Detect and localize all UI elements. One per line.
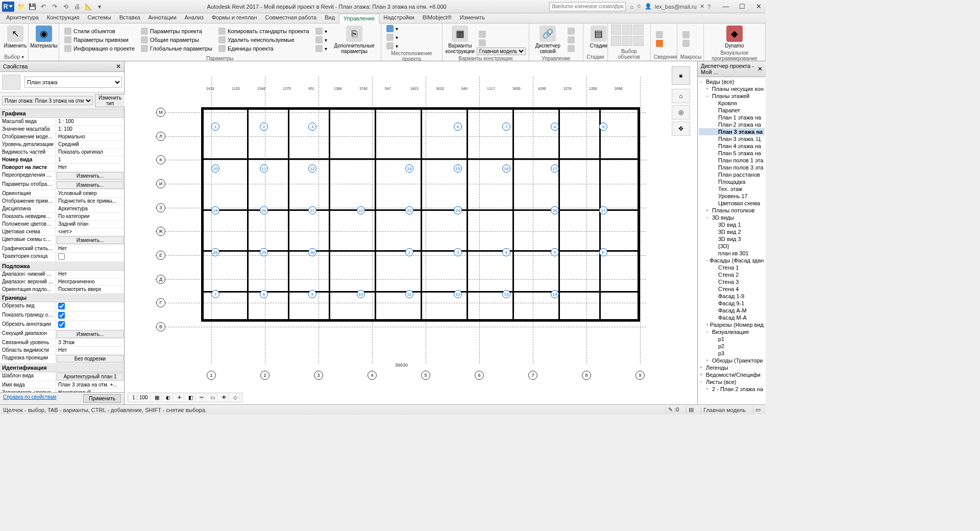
project-params-button[interactable]: Параметры проекта — [139, 27, 214, 35]
crop-region-icon[interactable]: ▭ — [208, 394, 217, 401]
tree-node[interactable]: План полов 1 эта — [699, 157, 765, 164]
prop-row[interactable]: Переопределения вид...Изменить... — [0, 172, 124, 181]
selection-tool-3[interactable] — [633, 25, 644, 35]
macro-security-button[interactable] — [680, 39, 692, 47]
purge-button[interactable]: Удалить неиспользуемые — [216, 36, 311, 44]
prop-row[interactable]: Отображение моделиНормально — [0, 133, 124, 141]
tree-node[interactable]: Цветовая схема — [699, 200, 765, 207]
prop-row[interactable]: Параметры отображе...Изменить... — [0, 181, 124, 190]
expand-icon[interactable]: + — [706, 385, 711, 393]
room-tag[interactable]: 7 — [502, 123, 510, 131]
room-tag[interactable]: 21 — [308, 206, 316, 214]
tree-node[interactable]: −Планы этажей — [699, 92, 765, 100]
dimension-text[interactable]: 3740 — [359, 87, 368, 90]
signin-icon[interactable]: 👤 — [645, 3, 652, 10]
tree-node[interactable]: +Планы потолков — [699, 207, 765, 214]
selection-tool-4[interactable] — [611, 36, 621, 46]
tree-node[interactable]: −3D виды — [699, 214, 765, 221]
tree-node[interactable]: +Планы несущих кон — [699, 85, 765, 92]
dimension-text[interactable]: 1388 — [334, 87, 342, 90]
expand-icon[interactable]: − — [700, 378, 705, 385]
tree-node[interactable]: 3D вид 3 — [699, 235, 765, 243]
prop-row[interactable]: ДисциплинаАрхитектура — [0, 205, 124, 213]
param-extra-3[interactable]: ▾ — [313, 44, 329, 53]
room-tag[interactable]: 14 — [405, 164, 413, 173]
global-params-button[interactable]: Глобальные параметры — [139, 44, 214, 53]
tree-node[interactable]: Фасад М-А — [699, 314, 765, 321]
tree-node[interactable]: 3D вид 1 — [699, 221, 765, 228]
grid-bubble[interactable]: 4 — [368, 371, 377, 380]
room-tag[interactable]: 26 — [551, 206, 559, 214]
ribbon-tab-архитектура[interactable]: Архитектура — [2, 13, 43, 23]
selection-tool-1[interactable] — [611, 25, 621, 35]
dimension-text[interactable]: 1117 — [487, 87, 495, 90]
tree-node[interactable]: +Ведомости/Специфи — [699, 371, 765, 378]
room-tag[interactable]: 6 — [454, 123, 462, 131]
qat-measure-icon[interactable]: 📐 — [84, 2, 93, 11]
tree-node[interactable]: +2 - План 2 этажа на — [699, 385, 765, 393]
materials-button[interactable]: ◉ Материалы — [32, 25, 56, 50]
exchange-icon[interactable]: ✕ — [700, 3, 704, 10]
tree-node[interactable]: +Разрезы (Номер вид — [699, 321, 765, 328]
ribbon-tab-аннотации[interactable]: Аннотации — [144, 13, 181, 23]
tree-node[interactable]: 3D вид 2 — [699, 228, 765, 235]
warnings-button[interactable] — [654, 39, 665, 47]
room-tag[interactable]: 11 — [260, 164, 268, 173]
tree-node[interactable]: −Листы (все) — [699, 378, 765, 385]
nav-pan-icon[interactable]: ✥ — [672, 122, 690, 136]
tree-node[interactable]: План расстанов — [699, 171, 765, 178]
grid-bubble[interactable]: Д — [156, 275, 165, 284]
room-tag[interactable]: 10 — [357, 290, 365, 298]
room-tag[interactable]: 6 — [599, 248, 607, 256]
tree-node[interactable]: р2 — [699, 343, 765, 350]
prop-category[interactable]: Идентификация — [0, 364, 124, 372]
tree-node[interactable]: План 3 этажа. Ц — [699, 135, 765, 142]
selection-tool-2[interactable] — [622, 25, 632, 35]
grid-bubble[interactable]: 1 — [207, 371, 216, 380]
dynamo-button[interactable]: ◆ Dynamo — [722, 25, 747, 50]
tree-node[interactable]: −Визуализация — [699, 328, 765, 335]
tree-node[interactable]: −Фасады (Фасад здан — [699, 257, 765, 264]
room-tag[interactable]: 9 — [599, 123, 607, 131]
room-tag[interactable]: 12 — [308, 164, 316, 173]
subscription-icon[interactable]: ⌂ — [630, 4, 633, 10]
room-tag[interactable]: 7 — [211, 290, 219, 298]
editable-only-icon[interactable]: ▭ — [753, 406, 763, 413]
prop-row[interactable]: Видимость частейПоказать оригинал — [0, 149, 124, 156]
phases-button[interactable]: ▤ Стадии — [586, 25, 611, 50]
grid-bubble[interactable]: 2 — [260, 371, 270, 380]
tree-node[interactable]: р1 — [699, 335, 765, 343]
user-name[interactable]: lex_bas@mail.ru — [655, 4, 697, 10]
dimension-text[interactable]: 547 — [385, 87, 391, 90]
grid-bubble[interactable]: Ж — [156, 227, 165, 236]
dimension-text[interactable]: 951 — [308, 87, 314, 90]
room-tag[interactable]: 24 — [454, 206, 462, 214]
prop-row[interactable]: Номер вида1 — [0, 156, 124, 164]
tree-node[interactable]: +Легенды — [699, 364, 765, 371]
workset-display[interactable]: Главная модель — [701, 407, 748, 413]
room-tag[interactable]: 8 — [551, 123, 559, 131]
tree-node[interactable]: Фасад 1-9 — [699, 293, 765, 300]
properties-close-icon[interactable]: ✕ — [116, 63, 121, 70]
param-extra-1[interactable]: ▾ — [313, 27, 329, 35]
tree-node[interactable]: Фасад А-М — [699, 307, 765, 314]
room-tag[interactable]: 14 — [551, 290, 559, 298]
grid-bubble[interactable]: 8 — [582, 371, 591, 380]
selection-count[interactable]: ✎ :0 — [666, 406, 681, 413]
expand-icon[interactable]: + — [700, 364, 705, 371]
qat-undo-icon[interactable]: ↶ — [39, 2, 48, 11]
prop-row[interactable]: Цветовая схема<нет> — [0, 228, 124, 236]
dimension-text[interactable]: 3650 — [512, 87, 521, 90]
grid-bubble[interactable]: 9 — [635, 371, 645, 380]
manage-links-button[interactable]: 🔗 Диспетчер связей — [532, 25, 564, 55]
room-tag[interactable]: 13 — [502, 290, 510, 298]
prop-row[interactable]: Область видимостиНет — [0, 347, 124, 354]
prop-row[interactable]: Связанный уровень3 Этаж — [0, 339, 124, 347]
type-selector[interactable]: План этажа — [24, 77, 122, 88]
tree-node[interactable]: План полов 3 эта — [699, 164, 765, 171]
location-button[interactable]: ▾ — [384, 25, 400, 33]
room-tag[interactable]: 2 — [405, 248, 413, 256]
prop-row[interactable]: Диапазон: верхний ур...Неограниченно — [0, 278, 124, 286]
room-tag[interactable]: 22 — [357, 206, 365, 214]
ids-button[interactable] — [654, 31, 665, 39]
